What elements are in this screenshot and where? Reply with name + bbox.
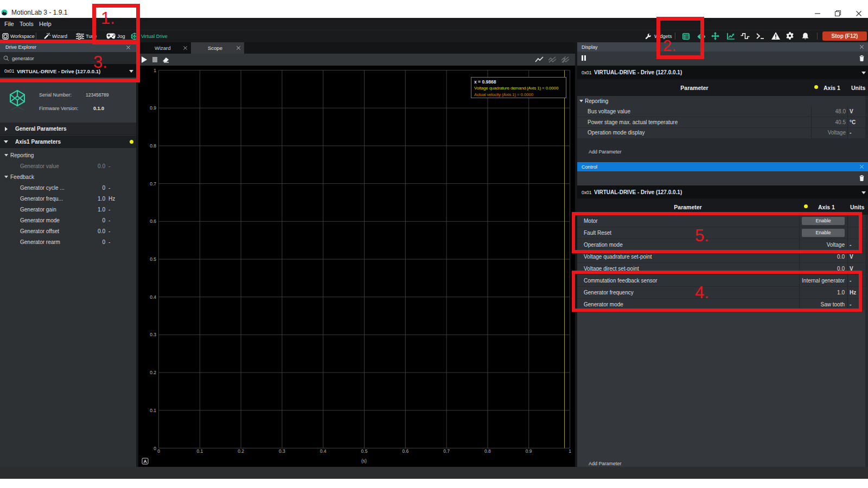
svg-text:0.4: 0.4	[150, 294, 156, 300]
svg-text:A: A	[143, 459, 146, 464]
svg-text:0: 0	[157, 448, 160, 454]
svg-text:0.1: 0.1	[150, 408, 156, 413]
svg-text:0.2: 0.2	[150, 370, 156, 375]
svg-text:0.4: 0.4	[320, 448, 327, 454]
svg-text:1: 1	[154, 68, 156, 73]
svg-text:0.3: 0.3	[279, 448, 285, 454]
svg-text:0.6: 0.6	[402, 448, 409, 454]
svg-text:0.8: 0.8	[150, 143, 156, 149]
svg-text:1: 1	[569, 448, 571, 454]
svg-text:0.9: 0.9	[526, 448, 532, 454]
svg-text:0.5: 0.5	[361, 448, 368, 454]
svg-text:0.8: 0.8	[484, 448, 491, 454]
svg-text:0.6: 0.6	[150, 219, 156, 224]
svg-text:0.3: 0.3	[150, 332, 156, 337]
svg-text:0.9: 0.9	[150, 105, 156, 111]
svg-text:0.2: 0.2	[238, 448, 244, 454]
svg-text:0.1: 0.1	[196, 448, 203, 454]
svg-text:0: 0	[154, 446, 156, 451]
svg-text:0.5: 0.5	[150, 256, 156, 262]
svg-text:0.7: 0.7	[150, 181, 156, 187]
svg-text:(s): (s)	[361, 458, 367, 464]
svg-text:0.7: 0.7	[443, 448, 450, 454]
